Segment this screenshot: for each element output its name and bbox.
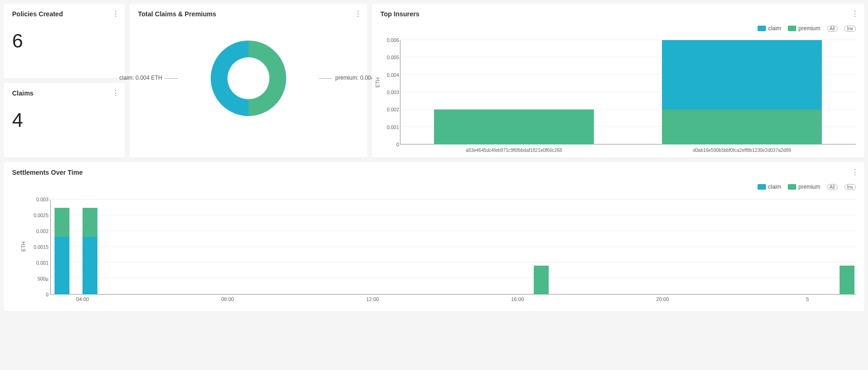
y-tick: 500µ [37,276,48,281]
x-label: a83e4645dc4feb971c9f6fbbdaf1821e0f66c268 [466,148,562,153]
y-tick: 0.006 [387,37,399,43]
chart-grid [50,199,856,295]
card-title: Claims [12,89,117,97]
legend: claim premium All Inv [758,25,856,32]
settle-bar[interactable] [534,266,549,295]
y-tick: 0.002 [387,107,399,112]
y-tick: 0 [46,292,48,297]
card-total-claims-premiums: Total Claims & Premiums ⋮ claim: 0.004 E… [130,4,367,158]
settle-bar[interactable] [55,208,69,295]
kebab-menu-icon[interactable]: ⋮ [354,10,362,18]
x-tick: 20:00 [656,296,669,302]
card-top-insurers: Top Insurers ⋮ claim premium All Inv ETH… [372,4,864,158]
legend: claim premium All Inv [758,184,856,190]
card-settlements-over-time: Settlements Over Time ⋮ claim premium Al… [4,162,864,311]
legend-swatch-claim [758,26,766,31]
donut-svg [207,36,290,120]
settle-bar[interactable] [840,266,854,295]
legend-pill-all[interactable]: All [827,184,838,190]
bar-seg-premium [55,208,69,237]
legend-pill-all[interactable]: All [827,26,838,32]
donut-leader-line [319,78,332,79]
legend-swatch-premium [788,184,796,190]
card-title: Settlements Over Time [12,169,856,176]
x-axis: 04:00 08:00 12:00 16:00 20:00 5 [50,296,856,304]
bar-seg-claim [55,237,69,295]
kebab-menu-icon[interactable]: ⋮ [851,169,859,176]
settlements-chart: ETH 0 500µ 0.001 0.0015 0.002 0.0025 0.0… [50,199,856,295]
card-title: Top Insurers [380,10,856,18]
legend-label: premium [799,25,820,32]
y-tick: 0.005 [387,55,399,60]
x-tick: 5 [806,296,809,302]
y-tick: 0.003 [387,89,399,95]
y-tick: 0 [396,142,399,147]
donut-chart: claim: 0.004 ETH premium: 0.004 ETH [138,18,359,139]
y-axis: 0 0.001 0.002 0.003 0.004 0.005 0.006 [377,40,399,144]
x-label: d0ab16e590b5bbf0fca2eff8b1230e2d037a2d89 [693,148,791,153]
y-tick: 0.002 [36,228,48,234]
legend-item-premium[interactable]: premium [788,184,820,190]
bar-stack[interactable] [434,110,593,144]
bar-seg-premium [434,110,593,144]
bar-seg-premium [662,110,821,144]
settle-bar[interactable] [83,208,97,295]
legend-label: premium [799,184,820,190]
kebab-menu-icon[interactable]: ⋮ [112,89,119,97]
card-title: Policies Created [12,10,117,18]
legend-pill-inv[interactable]: Inv [844,184,856,190]
legend-swatch-premium [788,26,796,31]
legend-label: claim [768,184,781,190]
legend-item-claim[interactable]: claim [758,25,781,32]
y-tick: 0.0025 [34,212,48,218]
x-tick: 08:00 [221,296,234,302]
bar-group: d0ab16e590b5bbf0fca2eff8b1230e2d037a2d89 [628,40,856,144]
y-tick: 0.004 [387,72,399,78]
insurers-bar-chart: ETH 0 0.001 0.002 0.003 0.004 0.005 0.00… [400,40,856,144]
bar-seg-claim [662,40,821,110]
bar-seg-premium [83,208,97,237]
legend-pill-inv[interactable]: Inv [844,26,856,32]
card-title: Total Claims & Premiums [138,10,359,18]
bar-seg-claim [83,237,97,295]
bars: a83e4645dc4feb971c9f6fbbdaf1821e0f66c268… [400,40,856,144]
kebab-menu-icon[interactable]: ⋮ [112,10,119,18]
bar-group: a83e4645dc4feb971c9f6fbbdaf1821e0f66c268 [400,40,628,144]
bar-seg-premium [840,266,854,295]
card-policies-created: Policies Created ⋮ 6 [4,4,125,78]
kebab-menu-icon[interactable]: ⋮ [851,10,859,18]
legend-item-premium[interactable]: premium [788,25,820,32]
x-tick: 04:00 [76,296,89,302]
bar-seg-premium [534,266,549,295]
donut-leader-line [165,78,178,79]
legend-swatch-claim [758,184,766,190]
legend-label: claim [768,25,781,32]
donut-label-claim: claim: 0.004 ETH [119,75,162,81]
bar-stack[interactable] [662,40,821,144]
dashboard: Policies Created ⋮ 6 Claims ⋮ 4 Total Cl… [4,4,864,311]
policies-value: 6 [12,30,117,52]
x-tick: 12:00 [366,296,379,302]
claims-value: 4 [12,109,117,131]
y-tick: 0.0015 [34,244,48,250]
y-axis: 0 500µ 0.001 0.0015 0.002 0.0025 0.003 [23,199,48,295]
y-tick: 0.001 [387,124,399,130]
x-tick: 16:00 [511,296,524,302]
y-tick: 0.003 [36,197,48,202]
y-tick: 0.001 [36,260,48,266]
card-claims: Claims ⋮ 4 [4,83,125,158]
legend-item-claim[interactable]: claim [758,184,781,190]
